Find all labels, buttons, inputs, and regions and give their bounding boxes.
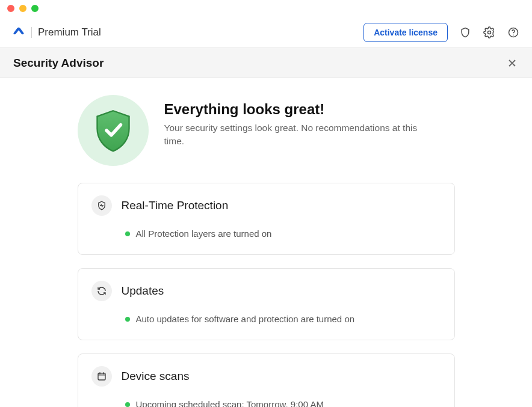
hero-title: Everything looks great! — [164, 101, 423, 118]
main-content: Everything looks great! Your security se… — [0, 78, 532, 407]
status-text: Upcoming scheduled scan: Tomorrow, 9:00 … — [136, 397, 324, 407]
status-dot-green-icon — [125, 231, 130, 236]
calendar-icon — [91, 366, 112, 387]
card-title: Device scans — [122, 370, 190, 383]
status-dot-green-icon — [125, 402, 130, 407]
card-title: Updates — [122, 284, 164, 298]
page-title: Security Advisor — [13, 57, 104, 70]
svg-point-0 — [488, 31, 491, 34]
card-title: Real-Time Protection — [122, 199, 229, 212]
hero-subtitle: Your security settings look great. No re… — [164, 121, 423, 148]
status-item: All Protection layers are turned on — [125, 227, 440, 241]
status-text: Auto updates for software and protection… — [136, 312, 355, 326]
app-header: Premium Trial Activate license — [0, 17, 532, 48]
header-divider — [31, 27, 32, 38]
traffic-light-close[interactable] — [7, 5, 14, 12]
activate-license-button[interactable]: Activate license — [363, 23, 448, 42]
card-updates: Updates Auto updates for software and pr… — [78, 268, 455, 340]
svg-rect-3 — [98, 373, 105, 380]
status-hero: Everything looks great! Your security se… — [78, 95, 455, 166]
product-label: Premium Trial — [38, 26, 101, 38]
page-subheader: Security Advisor — [0, 48, 532, 78]
window-titlebar — [0, 0, 532, 17]
status-item: Upcoming scheduled scan: Tomorrow, 9:00 … — [125, 397, 440, 407]
settings-gear-icon[interactable] — [483, 26, 496, 39]
shield-pulse-icon — [91, 195, 112, 216]
sync-icon — [91, 281, 112, 301]
status-dot-green-icon — [125, 317, 130, 322]
traffic-light-minimize[interactable] — [19, 5, 26, 12]
card-device-scans: Device scans Upcoming scheduled scan: To… — [78, 353, 455, 407]
app-logo-icon — [12, 26, 25, 39]
traffic-light-zoom[interactable] — [31, 5, 39, 12]
card-real-time-protection: Real-Time Protection All Protection laye… — [78, 183, 455, 255]
help-icon[interactable] — [507, 26, 520, 39]
shield-check-icon — [90, 107, 137, 154]
status-text: All Protection layers are turned on — [136, 227, 272, 241]
status-item: Auto updates for software and protection… — [125, 312, 440, 326]
svg-point-2 — [513, 34, 514, 35]
shield-outline-icon[interactable] — [459, 26, 472, 39]
close-icon[interactable] — [506, 57, 519, 70]
status-badge — [78, 95, 149, 166]
